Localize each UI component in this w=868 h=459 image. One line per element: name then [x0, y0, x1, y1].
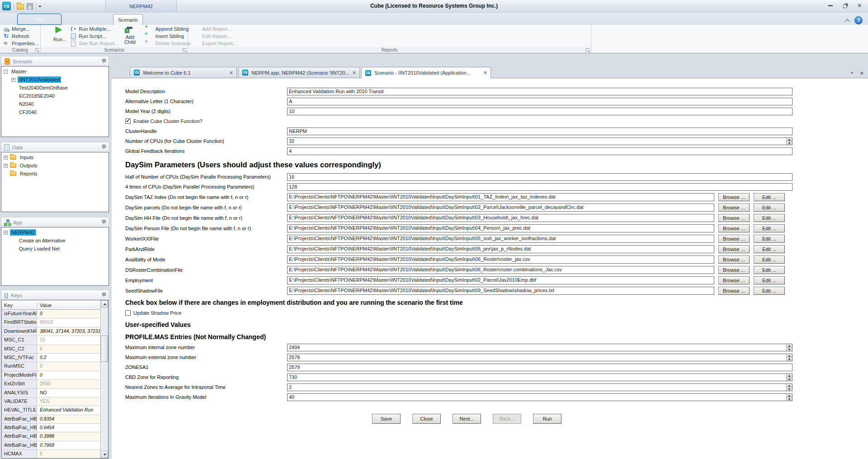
edit-button[interactable]: Edit ... [754, 193, 785, 201]
key-row[interactable]: MSC_C2 6 [2, 345, 100, 354]
scroll-up-icon[interactable] [101, 300, 108, 308]
document-tab[interactable]: C6 Scenario - IINT2010Validated (Applica… [361, 67, 491, 78]
spin-up-icon[interactable] [787, 374, 792, 378]
browse-button[interactable]: Browse ... [718, 245, 750, 253]
spin-up-icon[interactable] [787, 354, 792, 358]
data-panel-header[interactable]: Data [1, 142, 109, 152]
file-path-input[interactable]: E:\Projects\Clients\NFTPO\NERPM42\Master… [287, 245, 714, 253]
tree-expander-icon[interactable] [4, 231, 8, 235]
edit-button[interactable]: Edit ... [754, 235, 785, 243]
file-path-input[interactable]: E:\Projects\Clients\NFTPO\NERPM42\Master… [287, 287, 714, 295]
document-tab[interactable]: C6 Welcome to Cube 6.1 × [130, 67, 237, 78]
text-input[interactable]: A [287, 98, 793, 105]
key-row[interactable]: DowntownKNRI 38041, 37144, 37203, 37231 [2, 327, 100, 336]
key-row[interactable]: FirstBRTStation 80010 [2, 318, 100, 327]
key-row[interactable]: AttrBalFac_HBS 0.3988 [2, 432, 100, 441]
key-value[interactable]: 0 [37, 362, 100, 370]
tree-item[interactable]: NERPM42 [1, 228, 108, 237]
tab-list-dropdown-icon[interactable]: ▼ [850, 71, 854, 75]
checkbox[interactable] [125, 310, 131, 316]
key-value[interactable]: 38041, 37144, 37203, 37231 [37, 327, 100, 336]
checkbox-field[interactable]: Enable Cube Cluster Function? [125, 118, 203, 124]
spinner[interactable] [786, 374, 792, 381]
scroll-down-icon[interactable] [101, 451, 108, 458]
checkbox[interactable] [125, 118, 131, 124]
footer-button[interactable]: Save [372, 414, 401, 424]
browse-button[interactable]: Browse ... [718, 276, 750, 284]
spin-down-icon[interactable] [787, 348, 792, 351]
pin-icon[interactable] [102, 59, 106, 64]
key-row[interactable]: isFutureYearAlt 0 [2, 310, 100, 318]
key-row[interactable]: VALIDATE YES [2, 397, 100, 406]
dialog-launcher-icon[interactable] [35, 48, 39, 52]
delete-scenario-button[interactable]: Delete Scenario [145, 40, 192, 47]
key-row[interactable]: ANALYSIS NO [2, 389, 100, 397]
spin-down-icon[interactable] [787, 378, 792, 381]
text-input[interactable]: NERPM [287, 128, 793, 135]
close-button[interactable]: × [855, 2, 863, 9]
key-value[interactable]: 0 [37, 371, 100, 379]
browse-button[interactable]: Browse ... [718, 224, 750, 232]
tree-item[interactable]: Inputs [1, 153, 108, 161]
insert-sibling-button[interactable]: Insert Sibling [145, 33, 192, 40]
key-value[interactable]: Enhanced Validation Run [37, 406, 100, 414]
text-input[interactable]: 16 [287, 173, 793, 181]
footer-button[interactable]: Run [533, 414, 561, 424]
spin-up-icon[interactable] [787, 394, 792, 397]
tree-expander-icon[interactable] [4, 156, 8, 160]
footer-button[interactable]: Next... [453, 414, 481, 424]
file-path-input[interactable]: E:\Projects\Clients\NFTPO\NERPM42\Master… [287, 276, 714, 284]
key-row[interactable]: RunMSC 0 [2, 362, 100, 371]
tab-close-icon[interactable]: × [484, 70, 487, 76]
key-value[interactable]: 15 [37, 336, 100, 344]
edit-button[interactable]: Edit ... [754, 203, 785, 212]
key-value[interactable]: 80010 [37, 318, 100, 327]
append-sibling-button[interactable]: Append Sibling [145, 25, 192, 33]
dialog-launcher-icon[interactable] [183, 48, 186, 52]
key-value[interactable]: 2550 [37, 380, 100, 388]
footer-button[interactable]: Back... [493, 414, 521, 424]
tree-item[interactable]: EC2018SE2040 [1, 92, 108, 100]
refresh-button[interactable]: Refresh [1, 33, 40, 40]
file-path-input[interactable]: E:\Projects\Clients\NFTPO\NERPM42\Master… [287, 224, 714, 232]
column-header-value[interactable]: Value [37, 302, 100, 308]
key-row[interactable]: HEVAL_TITLE Enhanced Validation Run [2, 406, 100, 415]
browse-button[interactable]: Browse ... [718, 235, 750, 243]
spin-down-icon[interactable] [787, 142, 792, 145]
text-input[interactable]: 2 [287, 383, 793, 391]
spin-down-icon[interactable] [787, 388, 792, 391]
file-path-input[interactable]: E:\Projects\Clients\NFTPO\NERPM42\Master… [287, 266, 714, 274]
browse-button[interactable]: Browse ... [718, 214, 750, 222]
key-value[interactable]: 0.8354 [37, 415, 100, 423]
spinner[interactable] [786, 138, 792, 145]
tree-expander-icon[interactable] [11, 78, 15, 82]
footer-button[interactable]: Close [412, 414, 441, 424]
run-button[interactable]: Run... [53, 25, 66, 47]
dialog-launcher-icon[interactable] [586, 48, 590, 52]
key-value[interactable]: 0.7968 [37, 441, 100, 450]
browse-button[interactable]: Browse ... [718, 266, 750, 274]
scroll-thumb[interactable] [101, 336, 108, 362]
browse-button[interactable]: Browse ... [718, 256, 750, 264]
spin-up-icon[interactable] [787, 384, 792, 388]
browse-button[interactable]: Browse ... [718, 287, 750, 295]
text-input[interactable]: 2494 [287, 344, 793, 351]
tab-file[interactable]: File [17, 14, 61, 25]
text-input[interactable]: 4 [287, 147, 793, 155]
spin-up-icon[interactable] [787, 344, 792, 348]
file-path-input[interactable]: E:\Projects\Clients\NFTPO\NERPM42\Master… [287, 256, 714, 264]
document-tab[interactable]: C6 NERPM.app, NERPM42 (Scenario 'IINT20.… [238, 67, 360, 78]
key-row[interactable]: AttrBalFac_HBW 0.8354 [2, 415, 100, 424]
edit-button[interactable]: Edit ... [754, 245, 785, 253]
edit-button[interactable]: Edit ... [754, 276, 785, 284]
minimize-button[interactable] [826, 2, 835, 9]
key-row[interactable]: ProjectModeFla 0 [2, 371, 100, 380]
edit-button[interactable]: Edit ... [754, 256, 785, 264]
tree-item[interactable]: Query Loaded Net [1, 245, 108, 253]
key-value[interactable]: 6 [37, 345, 100, 353]
properties-button[interactable]: Properties... [1, 40, 40, 47]
file-path-input[interactable]: E:\Projects\Clients\NFTPO\NERPM42\Master… [287, 193, 714, 201]
edit-button[interactable]: Edit ... [754, 224, 785, 232]
spinner[interactable] [786, 394, 792, 401]
key-value[interactable]: 0.3988 [37, 432, 100, 440]
